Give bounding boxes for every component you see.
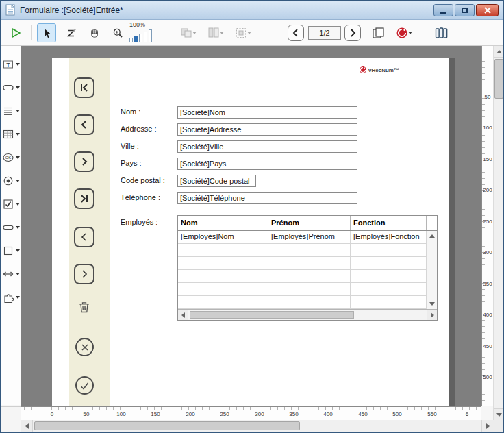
ruler-number: 100 xyxy=(116,411,125,417)
indicator-tool[interactable] xyxy=(1,217,21,238)
close-button[interactable] xyxy=(476,4,499,16)
column-header-prenom[interactable]: Prénom xyxy=(268,216,351,230)
delete-record-button[interactable] xyxy=(77,299,92,314)
scroll-right-icon xyxy=(431,312,434,318)
field-input-code-postal[interactable]: [Société]Code postal xyxy=(177,175,256,187)
scroll-left-button[interactable] xyxy=(178,310,188,320)
form-page[interactable]: vRecNum™ Nom : [Société]Nom Addresse : [… xyxy=(52,58,449,406)
trash-icon xyxy=(77,299,92,314)
ruler-number: 500 xyxy=(482,374,493,380)
chevron-right-icon xyxy=(349,28,357,38)
list-box-tool[interactable] xyxy=(1,124,21,145)
library-button[interactable] xyxy=(432,23,451,42)
table-row[interactable] xyxy=(178,296,437,309)
align-left-dropdown[interactable] xyxy=(176,23,201,42)
scrollbar-thumb[interactable] xyxy=(190,311,354,319)
progress-bar-icon xyxy=(2,221,14,234)
ruler-number: 550 xyxy=(427,411,436,417)
form-pages-button[interactable] xyxy=(368,23,388,42)
zoom-level-widget[interactable]: 100% xyxy=(128,21,166,45)
design-canvas[interactable]: vRecNum™ Nom : [Société]Nom Addresse : [… xyxy=(21,46,481,406)
employees-table[interactable]: Nom Prénom Fonction [Employés]Nom [Emplo… xyxy=(177,215,438,321)
maximize-button[interactable] xyxy=(455,4,475,16)
next-page-button[interactable] xyxy=(344,25,361,41)
column-header-nom[interactable]: Nom xyxy=(178,216,268,230)
scroll-right-button[interactable] xyxy=(427,310,437,320)
scrollbar-thumb[interactable] xyxy=(34,421,300,430)
previous-page-form-button[interactable] xyxy=(74,227,94,247)
scroll-down-icon xyxy=(496,413,502,417)
splitter-tool[interactable] xyxy=(1,264,21,284)
zoom-tool-button[interactable] xyxy=(108,23,127,42)
table-row[interactable] xyxy=(178,270,437,283)
vertical-scrollbar[interactable] xyxy=(493,46,504,420)
column-header-fonction[interactable]: Fonction xyxy=(351,216,427,230)
table-vertical-scrollbar[interactable] xyxy=(427,231,437,309)
scroll-right-button[interactable] xyxy=(481,420,493,432)
field-input-addresse[interactable]: [Société]Addresse xyxy=(177,123,357,136)
execute-form-button[interactable] xyxy=(6,23,25,42)
validate-button[interactable] xyxy=(75,376,94,395)
level-dropdown[interactable] xyxy=(231,23,255,42)
page-indicator[interactable]: 1/2 xyxy=(308,26,341,40)
scrollbar-thumb[interactable] xyxy=(494,59,503,99)
scroll-down-icon[interactable] xyxy=(429,302,435,306)
header-corner xyxy=(427,216,437,230)
next-page-form-button[interactable] xyxy=(74,264,94,284)
distribute-icon xyxy=(207,27,220,39)
cancel-icon xyxy=(80,343,90,352)
field-label-pays: Pays : xyxy=(121,159,142,167)
table-row[interactable] xyxy=(178,244,437,257)
maximize-icon xyxy=(462,8,468,13)
pointer-tool-button[interactable] xyxy=(37,23,56,42)
zoom-bars-icon[interactable] xyxy=(129,29,152,42)
hand-tool-button[interactable] xyxy=(85,23,104,42)
field-label-ville: Ville : xyxy=(121,142,139,150)
field-input-nom[interactable]: [Société]Nom xyxy=(177,106,357,119)
check-icon xyxy=(79,381,90,391)
table-row[interactable] xyxy=(178,283,437,296)
dynamic-variable-dropdown[interactable] xyxy=(391,23,417,42)
scroll-up-button[interactable] xyxy=(494,46,504,58)
vertical-ruler: 50 100 150 200 250 300 350 400 450 500 xyxy=(481,46,493,406)
checkbox-tool[interactable] xyxy=(1,194,21,214)
rectangle-tool[interactable] xyxy=(1,240,21,261)
scroll-up-icon[interactable] xyxy=(429,234,435,238)
entry-order-tool-button[interactable] xyxy=(62,23,81,42)
table-row[interactable]: [Employés]Nom [Employés]Prénom [Employés… xyxy=(178,231,437,244)
scroll-left-button[interactable] xyxy=(21,420,33,432)
combo-box-tool[interactable] xyxy=(1,77,21,98)
ruler-number: 400 xyxy=(323,411,332,417)
field-input-telephone[interactable]: [Société]Téléphone xyxy=(177,192,357,204)
minimize-button[interactable] xyxy=(433,4,453,16)
first-record-button[interactable] xyxy=(74,77,94,98)
ruler-number: 150 xyxy=(482,156,493,162)
cancel-button[interactable] xyxy=(75,338,94,356)
field-input-pays[interactable]: [Société]Pays xyxy=(177,158,357,170)
grid-icon xyxy=(2,128,14,140)
field-input-ville[interactable]: [Société]Ville xyxy=(177,140,357,153)
recnum-variable[interactable]: vRecNum™ xyxy=(359,66,399,74)
field-label-nom: Nom : xyxy=(121,108,140,116)
text-tool[interactable]: T xyxy=(1,54,21,75)
horizontal-scrollbar[interactable] xyxy=(21,420,493,432)
scroll-down-button[interactable] xyxy=(494,408,504,420)
previous-page-button[interactable] xyxy=(288,25,304,41)
ruler-ticks xyxy=(24,407,481,410)
title-bar[interactable]: Formulaire :[Société]Entrée* xyxy=(1,1,503,20)
splitter-icon xyxy=(2,268,14,280)
ruler-ticks xyxy=(482,49,485,406)
button-tool[interactable]: OK xyxy=(1,147,21,168)
ruler-number: 500 xyxy=(392,411,401,417)
window-title: Formulaire :[Société]Entrée* xyxy=(20,5,123,15)
button-tool-glyph: OK xyxy=(5,156,12,160)
radio-button-tool[interactable] xyxy=(1,171,21,191)
entry-order-icon xyxy=(66,27,77,38)
plugin-tool[interactable] xyxy=(1,287,21,308)
table-row[interactable] xyxy=(178,257,437,270)
table-body: [Employés]Nom [Employés]Prénom [Employés… xyxy=(178,231,437,309)
list-tool[interactable] xyxy=(1,101,21,121)
checkbox-icon xyxy=(2,198,14,210)
table-horizontal-scrollbar[interactable] xyxy=(178,309,437,320)
distribute-dropdown[interactable] xyxy=(203,23,228,42)
